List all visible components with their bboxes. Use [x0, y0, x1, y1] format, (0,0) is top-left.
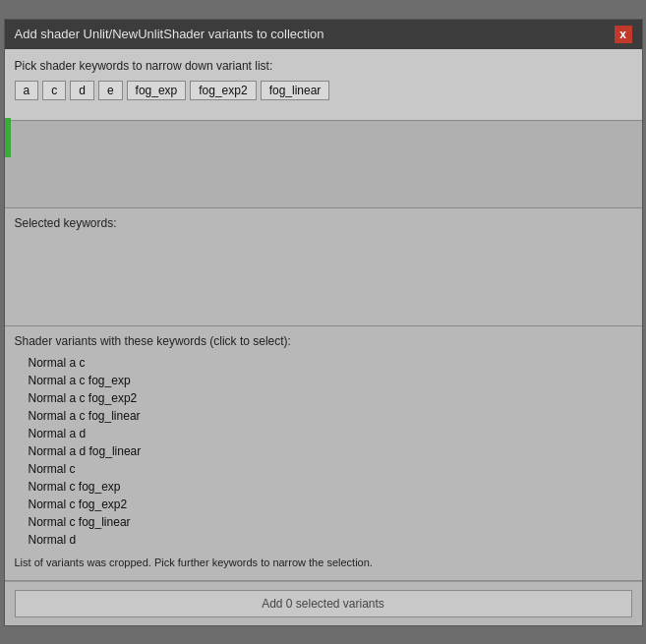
variants-header: Shader variants with these keywords (cli…	[15, 334, 632, 348]
keyword-btn-d[interactable]: d	[70, 81, 94, 100]
keyword-btn-c[interactable]: c	[42, 81, 66, 100]
empty-area	[5, 120, 642, 208]
variant-item[interactable]: Normal a c fog_linear	[15, 407, 632, 425]
keyword-btn-fog_linear[interactable]: fog_linear	[261, 81, 330, 100]
selected-keywords-section: Selected keywords:	[5, 208, 642, 326]
add-variants-button[interactable]: Add 0 selected variants	[15, 590, 632, 617]
close-button[interactable]: x	[615, 26, 632, 43]
footer: Add 0 selected variants	[5, 581, 642, 625]
variant-item[interactable]: Normal d	[15, 531, 632, 549]
title-bar: Add shader Unlit/NewUnlitShader variants…	[5, 20, 642, 49]
variants-section: Shader variants with these keywords (cli…	[5, 326, 642, 581]
variant-item[interactable]: Normal a c fog_exp	[15, 372, 632, 389]
variant-item[interactable]: Normal a d	[15, 425, 632, 442]
keyword-btn-e[interactable]: e	[98, 81, 123, 100]
dialog-body: Pick shader keywords to narrow down vari…	[5, 49, 642, 120]
variant-item[interactable]: Normal c fog_exp	[15, 478, 632, 496]
keyword-btn-fog_exp[interactable]: fog_exp	[127, 81, 187, 100]
selected-keywords-label: Selected keywords:	[15, 216, 632, 230]
variant-item[interactable]: Normal c fog_linear	[15, 513, 632, 531]
keyword-btn-fog_exp2[interactable]: fog_exp2	[190, 81, 256, 100]
dialog-title: Add shader Unlit/NewUnlitShader variants…	[15, 27, 324, 41]
variants-list: Normal a cNormal a c fog_expNormal a c f…	[15, 354, 632, 549]
crop-notice: List of variants was cropped. Pick furth…	[15, 556, 632, 572]
variant-item[interactable]: Normal c fog_exp2	[15, 496, 632, 513]
green-indicator	[5, 118, 11, 157]
variant-item[interactable]: Normal c	[15, 460, 632, 478]
hint-text: Pick shader keywords to narrow down vari…	[15, 59, 632, 73]
variant-item[interactable]: Normal a c fog_exp2	[15, 389, 632, 407]
dialog: Add shader Unlit/NewUnlitShader variants…	[4, 19, 643, 626]
keyword-btn-a[interactable]: a	[15, 81, 39, 100]
variant-item[interactable]: Normal a c	[15, 354, 632, 372]
keyword-buttons: acdefog_expfog_exp2fog_linear	[15, 81, 632, 100]
variant-item[interactable]: Normal a d fog_linear	[15, 442, 632, 460]
